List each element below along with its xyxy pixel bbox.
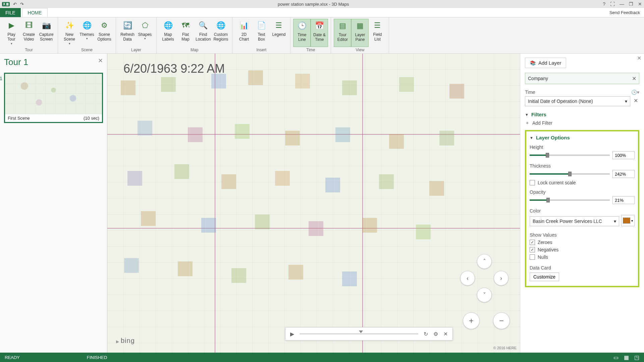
remove-category-icon[interactable]: ✕ (632, 75, 636, 82)
plus-icon: ＋ (525, 120, 530, 126)
rotate-left-button[interactable]: ‹ (460, 271, 475, 286)
custom-regions-button[interactable]: 🌐Custom Regions (212, 19, 229, 47)
scene-options-button[interactable]: ⚙Scene Options (96, 19, 113, 47)
add-layer-button[interactable]: 📚 Add Layer (525, 58, 566, 68)
close-layer-panel-icon[interactable]: ✕ (637, 55, 641, 61)
maximize-icon[interactable]: ❐ (629, 1, 633, 7)
thickness-label: Thickness (530, 163, 635, 169)
redo-icon[interactable]: ↷ (20, 2, 24, 7)
nulls-checkbox[interactable]: Nulls (530, 254, 635, 260)
add-filter-button[interactable]: ＋ Add Filter (525, 120, 639, 126)
data-square (342, 272, 357, 286)
remove-time-field-icon[interactable]: ✕ (632, 98, 639, 104)
data-square (379, 174, 394, 189)
window-title: power station sample.xlsx - 3D Maps (24, 2, 603, 7)
layer-pane-button[interactable]: ▦Layer Pane (351, 19, 369, 47)
category-field[interactable]: Company ✕ (525, 73, 639, 84)
timeline-settings-icon[interactable]: ⚙ (433, 331, 438, 337)
capture-screen-button[interactable]: 📷Capture Screen (38, 19, 55, 47)
data-square (235, 124, 250, 139)
minimize-icon[interactable]: — (620, 1, 624, 7)
layer-options-header[interactable]: ▼ Layer Options (530, 135, 635, 140)
camera-icon: 📷 (40, 19, 52, 32)
negatives-checkbox[interactable]: ✓ Negatives (530, 247, 635, 252)
timeline-play-icon[interactable]: ▶ (290, 331, 294, 337)
data-square (231, 268, 246, 283)
status-view3-icon[interactable]: ◳ (634, 354, 639, 361)
status-view2-icon[interactable]: ▦ (624, 354, 629, 361)
tilt-up-button[interactable]: ˄ (477, 254, 492, 269)
zeroes-checkbox[interactable]: ✓ Zeroes (530, 240, 635, 245)
data-square (429, 181, 444, 196)
data-square (174, 164, 189, 179)
zoom-out-button[interactable]: − (493, 312, 510, 329)
road (362, 54, 363, 353)
opacity-slider[interactable] (530, 199, 610, 201)
find-location-button[interactable]: 🔍Find Location (194, 19, 212, 47)
close-tour-panel-icon[interactable]: ✕ (98, 57, 103, 64)
height-value-input[interactable]: 100% (612, 151, 635, 159)
chevron-down-icon: ▼ (530, 136, 533, 140)
filters-header[interactable]: ▼ Filters (525, 112, 639, 117)
play-tour-button[interactable]: ▶Play Tour▾ (3, 19, 20, 47)
globe-icon: 🌐 (81, 19, 93, 32)
color-picker[interactable]: ▾ (621, 215, 635, 226)
2d-chart-button[interactable]: 📊2D Chart (235, 19, 253, 47)
data-square (124, 258, 139, 273)
close-icon[interactable]: ✕ (638, 1, 642, 7)
shapes-button[interactable]: ⬠Shapes▾ (136, 19, 154, 47)
time-field-dropdown[interactable]: Initial Date of Operation (None) ▾ (525, 96, 630, 106)
scene-thumbnail[interactable]: 1 First Scene (10 sec) (4, 73, 103, 123)
thickness-slider[interactable] (530, 173, 610, 175)
refresh-data-button[interactable]: 🔄Refresh Data (119, 19, 136, 47)
refresh-icon: 🔄 (121, 19, 133, 32)
scene-thumb-map (5, 74, 102, 115)
fullscreen-icon[interactable]: ⛶ (610, 1, 615, 7)
zoom-in-button[interactable]: + (463, 312, 480, 329)
height-slider[interactable] (530, 155, 610, 156)
create-video-button[interactable]: 🎞Create Video (20, 19, 38, 47)
tilt-down-button[interactable]: ˅ (477, 288, 492, 302)
timeline-track[interactable] (300, 333, 418, 335)
shapes-icon: ⬠ (139, 19, 151, 32)
height-label: Height (530, 144, 635, 150)
customize-button[interactable]: Customize (530, 273, 559, 281)
new-scene-button[interactable]: ✨New Scene▾ (61, 19, 78, 47)
help-icon[interactable]: ? (603, 1, 605, 7)
time-line-button[interactable]: 🕒Time Line (293, 19, 311, 47)
themes-button[interactable]: 🌐Themes▾ (78, 19, 96, 47)
text-box-button[interactable]: 📄Text Box (253, 19, 270, 47)
opacity-value-input[interactable]: 21% (612, 196, 635, 204)
field-list-button[interactable]: ☰Field List (369, 19, 386, 47)
color-label: Color (530, 208, 635, 214)
status-view1-icon[interactable]: ▭ (613, 354, 619, 361)
undo-icon[interactable]: ↶ (13, 2, 17, 7)
lock-scale-checkbox[interactable]: Lock current scale (530, 180, 635, 185)
tab-file[interactable]: FILE (0, 8, 21, 17)
send-feedback-link[interactable]: Send Feedback (605, 8, 644, 17)
main-area: ✕ Tour 1 1 First Scene (10 sec) (0, 54, 644, 353)
tour-editor-button[interactable]: ▤Tour Editor (334, 19, 351, 47)
flat-map-button[interactable]: 🗺Flat Map (177, 19, 194, 47)
tab-home[interactable]: HOME (22, 8, 48, 17)
thickness-value-input[interactable]: 242% (612, 170, 635, 178)
new-scene-icon: ✨ (63, 19, 75, 32)
date-time-button[interactable]: 📅Date & Time (311, 19, 328, 47)
data-square (121, 80, 136, 95)
timeline-close-icon[interactable]: ✕ (443, 331, 448, 337)
data-square (255, 215, 270, 229)
time-settings-icon[interactable]: 🕒▾ (631, 89, 639, 95)
rotate-right-button[interactable]: › (494, 271, 508, 286)
timeline-loop-icon[interactable]: ↻ (424, 331, 428, 337)
data-square (178, 261, 193, 276)
map-labels-button[interactable]: 🌐Map Labels (159, 19, 177, 47)
chevron-down-icon: ▾ (631, 219, 633, 223)
datetime-icon: 📅 (313, 20, 325, 32)
chart-icon: 📊 (238, 19, 250, 32)
color-series-dropdown[interactable]: Basin Creek Power Services LLC ▾ (530, 216, 619, 226)
data-square (439, 131, 454, 145)
category-field-label: Company (528, 76, 548, 81)
map-canvas[interactable]: 6/20/1963 9:22 AM bing © 2016 HERE ˄ ‹ ›… (107, 54, 520, 353)
legend-button[interactable]: ☰Legend (270, 19, 287, 47)
regions-icon: 🌐 (215, 19, 227, 32)
